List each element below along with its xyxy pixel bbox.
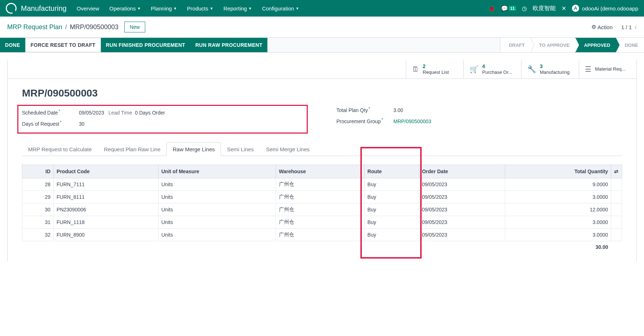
action-run-raw-procurement[interactable]: RUN RAW PROCUREMENT [190,38,267,52]
table-footer-total: 30.00 [505,241,611,253]
action-run-finished-procurement[interactable]: RUN FINISHED PROCUREMENT [101,38,190,52]
stat-value: 3 [540,63,569,70]
cell: 广州仓 [276,216,364,228]
cell: 广州仓 [276,191,364,203]
new-button[interactable]: New [124,22,145,32]
tab-semi-merge-lines[interactable]: Semi Merge Lines [260,142,316,156]
chevron-down-icon: ▼ [210,6,213,10]
tab-mrp-request-to-calculate[interactable]: MRP Request to Calculate [22,142,98,156]
action-menu[interactable]: ⚙Action [591,24,613,30]
value-procurement-group[interactable]: MRP/090500003 [394,118,431,124]
cell: 32 [22,228,54,241]
stage-draft[interactable]: DRAFT [500,38,530,52]
cell: 09/05/2023 [419,203,505,216]
stat-manufacturing[interactable]: 🔧 3Manufacturing [521,60,579,79]
company-switcher[interactable]: 欧度智能 [533,5,556,12]
value-lead-time[interactable]: 0 Days Order [135,110,165,116]
list-icon: ☰ [585,65,591,73]
stage-to-approve[interactable]: TO APPROVE [530,38,576,52]
pager-prev-icon[interactable]: ‹ [635,23,637,31]
gear-icon: ⚙ [591,24,596,30]
chevron-down-icon: ▼ [173,6,177,10]
tab-raw-merge-lines[interactable]: Raw Merge Lines [166,142,221,156]
cell: FURN_8111 [54,191,159,203]
value-days-of-request[interactable]: 30 [79,121,85,127]
stat-purchase-order[interactable]: 🛒 4Purchase Or... [463,60,521,79]
stat-value: 2 [423,63,449,70]
breadcrumb-bar: MRP Request Plan / MRP/090500003 New ⚙Ac… [0,17,644,37]
cell: 28 [22,178,54,191]
notebook-tabs: MRP Request to CalculateRequest Plan Raw… [22,142,622,156]
chevron-down-icon: ▼ [137,6,141,10]
stat-label: Purchase Or... [482,70,512,75]
col-total-quantity[interactable]: Total Quantity [505,165,611,178]
nav-item-reporting[interactable]: Reporting▼ [219,3,256,14]
user-menu[interactable]: A odooAi (demo.odooapp [572,5,638,12]
stat-value: 4 [482,63,512,70]
breadcrumb-current: MRP/090500003 [70,23,119,31]
col-warehouse[interactable]: Warehouse [276,165,364,178]
app-name[interactable]: Manufacturing [21,4,67,13]
stat-label: Request List [423,70,449,75]
bug-icon[interactable]: 🐞 [488,5,495,12]
cell: 3.0000 [505,228,611,241]
calendar-plus-icon: 🗓 [412,65,419,73]
col-route[interactable]: Route [364,165,419,178]
highlight-box-left: Scheduled Date 09/05/2023 Lead Time 0 Da… [17,105,308,133]
cell: 广州仓 [276,203,364,216]
column-options-icon[interactable]: ⇄ [611,165,622,178]
app-logo-icon[interactable] [6,3,17,14]
col-product-code[interactable]: Product Code [54,165,159,178]
cell: Units [158,203,276,216]
cell: 31 [22,216,54,228]
cell: Units [158,228,276,241]
activities-icon[interactable]: ◷ [522,5,527,12]
action-force-reset-to-draft[interactable]: FORCE RESET TO DRAFT [25,38,101,52]
cell: Units [158,178,276,191]
breadcrumb-root[interactable]: MRP Request Plan [7,23,62,31]
col-unit-of-measure[interactable]: Unit of Measure [158,165,276,178]
cell: 29 [22,191,54,203]
cell: 3.0000 [505,216,611,228]
cell: Buy [364,203,419,216]
cell [611,216,622,228]
cell: 9.0000 [505,178,611,191]
tab-request-plan-raw-line[interactable]: Request Plan Raw Line [98,142,166,156]
nav-item-products[interactable]: Products▼ [183,3,218,14]
tools-icon[interactable]: ✕ [561,5,566,12]
value-total-plan-qty[interactable]: 3.00 [394,107,403,113]
cell: 3.0000 [505,191,611,203]
stage-done[interactable]: DONE [616,38,644,52]
record-title: MRP/090500003 [22,88,622,99]
cell: Buy [364,228,419,241]
nav-item-planning[interactable]: Planning▼ [147,3,181,14]
col-order-date[interactable]: Order Date [419,165,505,178]
stat-label: Manufacturing [540,70,569,75]
cell: FURN_1118 [54,216,159,228]
stat-buttons-row: 🗓 2Request List 🛒 4Purchase Or... 🔧 3Man… [7,60,637,79]
user-name: odooAi (demo.odooapp [582,5,638,12]
cell: 30 [22,203,54,216]
cell: Buy [364,216,419,228]
cell: 广州仓 [276,178,364,191]
table-row[interactable]: 32FURN_8900Units广州仓Buy09/05/20233.0000 [22,228,622,241]
pager-text[interactable]: 1 / 1 [621,24,632,30]
nav-item-operations[interactable]: Operations▼ [105,3,145,14]
stat-request-list[interactable]: 🗓 2Request List [406,60,463,79]
table-row[interactable]: 28FURN_7111Units广州仓Buy09/05/20239.0000 [22,178,622,191]
form-sheet: MRP/090500003 Scheduled Date 09/05/2023 … [7,79,637,261]
tab-semi-lines[interactable]: Semi Lines [221,142,260,156]
cell: 广州仓 [276,228,364,241]
nav-item-configuration[interactable]: Configuration▼ [258,3,303,14]
stage-approved[interactable]: APPROVED [575,38,616,52]
value-scheduled-date[interactable]: 09/05/2023 [79,110,104,116]
action-done[interactable]: DONE [0,38,25,52]
col-id[interactable]: ID [22,165,54,178]
cell: PN23090006 [54,203,159,216]
nav-item-overview[interactable]: Overview [72,3,104,14]
table-row[interactable]: 31FURN_1118Units广州仓Buy09/05/20233.0000 [22,216,622,228]
table-row[interactable]: 30PN23090006Units广州仓Buy09/05/202312.0000 [22,203,622,216]
stat-material-request[interactable]: ☰ Material Req... [579,60,636,79]
table-row[interactable]: 29FURN_8111Units广州仓Buy09/05/20233.0000 [22,191,622,203]
messages-icon[interactable]: 💬11 [501,5,516,12]
